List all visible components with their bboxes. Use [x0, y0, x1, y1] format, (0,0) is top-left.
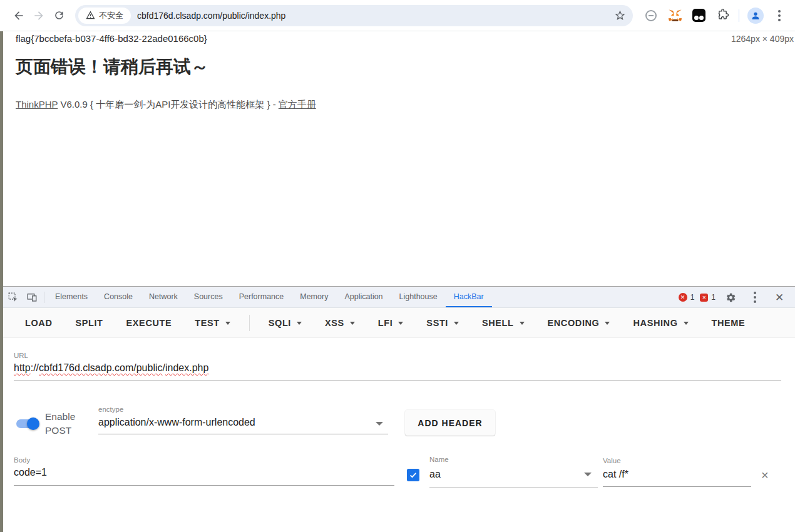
metamask-extension-button[interactable]: [665, 6, 684, 25]
xss-menu-button[interactable]: XSS: [325, 318, 355, 328]
tab-sources[interactable]: Sources: [186, 287, 231, 307]
delete-header-button[interactable]: ×: [761, 468, 769, 483]
metamask-fox-icon: [668, 8, 682, 23]
goggles-extension-icon: [692, 9, 705, 22]
browser-toolbar-right: [642, 6, 789, 25]
security-chip[interactable]: 不安全: [78, 8, 131, 24]
issue-badge-icon[interactable]: ✕: [700, 294, 708, 302]
tab-hackbar[interactable]: HackBar: [446, 287, 492, 307]
viewport-dimensions: 1264px × 409px: [731, 34, 794, 44]
bookmark-button[interactable]: [610, 9, 629, 21]
devtools-tabbar-right: ✕ 1 ✕ 1 ✕: [679, 290, 795, 305]
devtools-panel: Elements Console Network Sources Perform…: [0, 287, 795, 532]
chevron-down-icon: [297, 322, 302, 325]
enctype-underline: [98, 434, 388, 434]
shell-menu-button[interactable]: SHELL: [482, 318, 525, 328]
header-name-dropdown-icon[interactable]: [584, 473, 592, 476]
encoding-menu-button[interactable]: ENCODING: [548, 318, 610, 328]
hashing-menu-button[interactable]: HASHING: [633, 318, 688, 328]
chevron-down-icon: [605, 322, 610, 325]
forward-button[interactable]: [29, 6, 49, 26]
browser-menu-button[interactable]: [770, 6, 789, 25]
header-enabled-checkbox[interactable]: [407, 469, 419, 481]
extensions-button[interactable]: [713, 6, 732, 25]
ssti-menu-button[interactable]: SSTI: [426, 318, 459, 328]
web-page: flag{7bccbefa-b037-4ff6-bd32-22ade0166c0…: [0, 31, 795, 287]
window-edge-strip: [0, 31, 3, 532]
profile-button[interactable]: [746, 6, 765, 25]
url-text[interactable]: cbfd176d.clsadp.com/public/index.php: [137, 11, 610, 21]
inspect-cursor-icon: [8, 292, 19, 303]
thinkphp-link[interactable]: ThinkPHP: [16, 99, 58, 110]
blocked-circle-icon: [645, 10, 657, 21]
thinkphp-text: V6.0.9 { 十年磨一剑-为API开发设计的高性能框架 } -: [58, 99, 279, 110]
tab-memory[interactable]: Memory: [292, 287, 336, 307]
devtools-tabbar: Elements Console Network Sources Perform…: [0, 287, 795, 308]
test-menu-button[interactable]: TEST: [195, 318, 230, 328]
lfi-menu-button[interactable]: LFI: [378, 318, 404, 328]
header-name-underline: [429, 488, 598, 488]
blocked-extension-button[interactable]: [642, 6, 660, 25]
enctype-dropdown-icon[interactable]: [376, 422, 383, 426]
execute-button[interactable]: EXECUTE: [126, 318, 172, 328]
tab-lighthouse[interactable]: Lighthouse: [391, 287, 446, 307]
reload-button[interactable]: [49, 6, 69, 26]
tab-elements[interactable]: Elements: [47, 287, 96, 307]
reload-icon: [53, 9, 65, 21]
chevron-down-icon: [350, 322, 355, 325]
person-icon: [751, 11, 761, 21]
toolbar-separator: [249, 315, 250, 331]
error-count: 1: [690, 293, 695, 302]
theme-button[interactable]: THEME: [712, 318, 746, 328]
chevron-down-icon: [520, 322, 525, 325]
body-field-underline: [14, 485, 394, 486]
devtools-menu-button[interactable]: [746, 290, 764, 305]
tab-application[interactable]: Application: [336, 287, 391, 307]
page-title: 页面错误！请稍后再试～: [16, 55, 208, 79]
chevron-down-icon: [398, 322, 403, 325]
inspect-element-button[interactable]: [4, 287, 23, 307]
devtools-close-button[interactable]: ✕: [770, 291, 789, 304]
error-badge-icon[interactable]: ✕: [679, 293, 687, 302]
tab-network[interactable]: Network: [141, 287, 186, 307]
tab-performance[interactable]: Performance: [231, 287, 292, 307]
manual-link[interactable]: 官方手册: [279, 99, 316, 110]
star-icon: [614, 9, 626, 21]
toggle-thumb: [27, 417, 39, 430]
address-bar[interactable]: 不安全 cbfd176d.clsadp.com/public/index.php: [75, 5, 633, 26]
toolbar-divider: [739, 9, 739, 22]
device-toolbar-icon: [26, 292, 38, 303]
device-toolbar-button[interactable]: [23, 287, 41, 307]
devtools-settings-button[interactable]: [721, 292, 740, 303]
flag-text: flag{7bccbefa-b037-4ff6-bd32-22ade0166c0…: [16, 33, 207, 44]
sqli-menu-button[interactable]: SQLI: [269, 318, 302, 328]
enctype-label: enctype: [98, 406, 123, 413]
enable-post-label: Enable POST: [45, 410, 75, 437]
avatar: [747, 8, 764, 24]
kebab-menu-icon: [778, 8, 781, 23]
split-button[interactable]: SPLIT: [75, 318, 103, 328]
add-header-button[interactable]: ADD HEADER: [405, 410, 495, 436]
tab-console[interactable]: Console: [96, 287, 141, 307]
issue-count: 1: [711, 293, 716, 302]
warning-triangle-icon: [86, 11, 95, 20]
enctype-select[interactable]: application/x-www-form-urlencoded: [98, 417, 255, 428]
dark-extension-button[interactable]: [689, 6, 708, 25]
url-field-input[interactable]: http://cbfd176d.clsadp.com/public/index.…: [14, 362, 208, 374]
chevron-down-icon: [684, 322, 689, 325]
security-label: 不安全: [99, 10, 123, 21]
enable-post-toggle[interactable]: [16, 419, 38, 428]
back-button[interactable]: [9, 6, 29, 26]
checkmark-icon: [409, 471, 418, 479]
chevron-down-icon: [225, 322, 230, 325]
header-value-label: Value: [603, 457, 621, 464]
chevron-down-icon: [454, 322, 459, 325]
back-icon: [13, 9, 25, 22]
header-value-input[interactable]: cat /f*: [603, 469, 628, 480]
body-field-input[interactable]: code=1: [14, 467, 47, 478]
header-name-input[interactable]: aa: [429, 469, 441, 480]
browser-toolbar: 不安全 cbfd176d.clsadp.com/public/index.php: [0, 0, 795, 31]
load-button[interactable]: LOAD: [25, 318, 52, 328]
hackbar-toolbar: LOAD SPLIT EXECUTE TEST SQLI XSS LFI SST…: [0, 308, 795, 338]
header-name-label: Name: [429, 456, 449, 463]
